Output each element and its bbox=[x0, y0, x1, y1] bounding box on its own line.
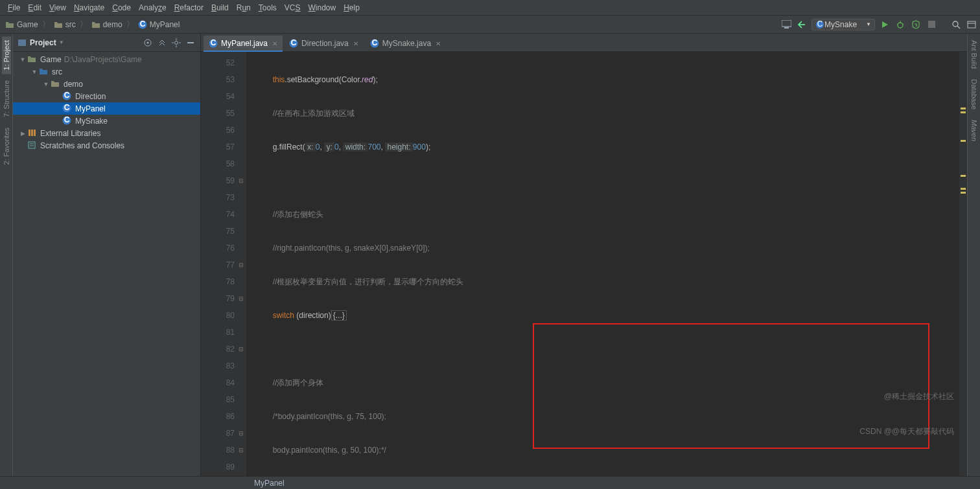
line-number[interactable]: 57 bbox=[201, 139, 235, 155]
bottom-breadcrumb: MyPanel bbox=[0, 476, 980, 489]
chevron-down-icon[interactable]: ▼ bbox=[59, 40, 64, 45]
tab-mypanel-java[interactable]: CMyPanel.java✕ bbox=[204, 36, 283, 51]
menu-navigate[interactable]: Navigate bbox=[70, 3, 108, 12]
menu-window[interactable]: Window bbox=[304, 3, 340, 12]
sidetab-ant-build[interactable]: Ant Build bbox=[970, 36, 979, 73]
svg-text:C: C bbox=[64, 104, 70, 112]
tree-node-mysnake[interactable]: CMySnake bbox=[13, 115, 200, 127]
hide-icon[interactable] bbox=[185, 37, 196, 49]
code-area[interactable]: this.setBackground(Color.red); //在画布上添加游… bbox=[246, 52, 959, 476]
expand-icon[interactable] bbox=[156, 37, 168, 49]
stripe-mark[interactable] bbox=[961, 188, 966, 190]
close-icon[interactable]: ✕ bbox=[436, 40, 441, 47]
run-config[interactable]: C MySnake ▼ bbox=[811, 19, 875, 30]
tab-direction-java[interactable]: CDirection.java✕ bbox=[284, 36, 364, 51]
fold-icon[interactable]: ⊟ bbox=[237, 446, 245, 454]
back-icon[interactable] bbox=[796, 19, 808, 30]
menu-help[interactable]: Help bbox=[340, 3, 364, 12]
line-number[interactable]: 56 bbox=[201, 122, 235, 139]
menu-build[interactable]: Build bbox=[207, 3, 233, 12]
sidetab-maven[interactable]: Maven bbox=[970, 116, 979, 145]
stripe-mark[interactable] bbox=[961, 175, 966, 177]
menu-analyze[interactable]: Analyze bbox=[135, 3, 170, 12]
stripe-mark[interactable] bbox=[961, 108, 966, 109]
browser-icon[interactable] bbox=[966, 19, 977, 30]
svg-text:C: C bbox=[817, 20, 823, 28]
debug-icon[interactable] bbox=[894, 19, 906, 30]
line-number[interactable]: 76 bbox=[201, 240, 235, 256]
line-number[interactable]: 81 bbox=[201, 324, 235, 341]
menu-file[interactable]: File bbox=[4, 3, 24, 12]
line-number[interactable]: 87 bbox=[201, 425, 235, 442]
tree-node-src[interactable]: ▼src bbox=[13, 65, 200, 78]
sidetab-1-project[interactable]: 1: Project bbox=[2, 36, 11, 74]
crumb-game[interactable]: Game bbox=[3, 20, 41, 29]
fold-icon[interactable]: ⊟ bbox=[237, 261, 245, 269]
menu-edit[interactable]: Edit bbox=[24, 3, 45, 12]
tree-node-game[interactable]: ▼GameD:\JavaProjects\Game bbox=[13, 53, 200, 65]
line-number[interactable]: 84 bbox=[201, 374, 235, 391]
stop-icon[interactable] bbox=[926, 19, 937, 30]
line-number[interactable]: 79 bbox=[201, 290, 235, 307]
search-icon[interactable] bbox=[950, 19, 962, 30]
tree-node-scratches-and-consoles[interactable]: Scratches and Consoles bbox=[13, 139, 200, 152]
error-stripe[interactable] bbox=[959, 52, 967, 476]
coverage-icon[interactable] bbox=[910, 19, 922, 30]
breadcrumb: Game〉src〉demo〉CMyPanel bbox=[3, 19, 182, 30]
tree-node-direction[interactable]: CDirection bbox=[13, 90, 200, 102]
line-number[interactable]: 82 bbox=[201, 341, 235, 358]
stripe-mark[interactable] bbox=[961, 111, 966, 113]
fold-icon[interactable]: ⊟ bbox=[237, 177, 245, 185]
svg-line-12 bbox=[957, 26, 960, 28]
project-tree[interactable]: ▼GameD:\JavaProjects\Game▼src▼demoCDirec… bbox=[13, 52, 200, 476]
menu-tools[interactable]: Tools bbox=[255, 3, 281, 12]
line-number[interactable]: 80 bbox=[201, 307, 235, 324]
fold-icon[interactable]: ⊟ bbox=[237, 295, 245, 302]
line-number[interactable]: 88 bbox=[201, 442, 235, 459]
line-number[interactable]: 58 bbox=[201, 155, 235, 172]
svg-text:C: C bbox=[371, 39, 377, 47]
line-number[interactable]: 59 bbox=[201, 172, 235, 189]
fold-icon[interactable]: ⊟ bbox=[237, 429, 245, 437]
line-number[interactable]: 54 bbox=[201, 88, 235, 105]
target-icon[interactable] bbox=[142, 37, 154, 49]
tree-node-demo[interactable]: ▼demo bbox=[13, 78, 200, 90]
stripe-mark[interactable] bbox=[961, 140, 966, 142]
line-number[interactable]: 73 bbox=[201, 189, 235, 206]
line-number[interactable]: 55 bbox=[201, 105, 235, 122]
crumb-mypanel[interactable]: CMyPanel bbox=[135, 20, 183, 29]
line-number[interactable]: 85 bbox=[201, 391, 235, 408]
fold-icon[interactable]: ⊟ bbox=[237, 345, 245, 353]
svg-rect-30 bbox=[29, 130, 30, 136]
menu-run[interactable]: Run bbox=[233, 3, 255, 12]
close-icon[interactable]: ✕ bbox=[353, 40, 358, 47]
menu-code[interactable]: Code bbox=[108, 3, 135, 12]
line-number[interactable]: 83 bbox=[201, 358, 235, 374]
gear-icon[interactable] bbox=[170, 37, 182, 49]
line-number[interactable]: 52 bbox=[201, 54, 235, 71]
line-number[interactable]: 86 bbox=[201, 408, 235, 425]
sidetab-database[interactable]: Database bbox=[970, 75, 979, 113]
line-number[interactable]: 75 bbox=[201, 223, 235, 240]
crumb-demo[interactable]: demo bbox=[89, 20, 125, 29]
crumb-src[interactable]: src bbox=[51, 20, 78, 29]
line-number[interactable]: 53 bbox=[201, 71, 235, 88]
menu-view[interactable]: View bbox=[45, 3, 70, 12]
menu-vcs[interactable]: VCS bbox=[281, 3, 305, 12]
line-number[interactable]: 89 bbox=[201, 459, 235, 475]
device-icon[interactable] bbox=[780, 19, 792, 30]
sidetab-2-favorites[interactable]: 2: Favorites bbox=[2, 124, 11, 168]
run-icon[interactable] bbox=[879, 19, 891, 30]
line-number[interactable]: 77 bbox=[201, 256, 235, 273]
svg-text:C: C bbox=[291, 39, 297, 47]
tree-node-mypanel[interactable]: CMyPanel bbox=[13, 102, 200, 115]
menu-refactor[interactable]: Refactor bbox=[170, 3, 207, 12]
tree-node-external-libraries[interactable]: ▶External Libraries bbox=[13, 127, 200, 139]
line-number[interactable]: 78 bbox=[201, 273, 235, 290]
stripe-mark[interactable] bbox=[961, 192, 966, 194]
sidetab-7-structure[interactable]: 7: Structure bbox=[2, 76, 11, 121]
bottom-crumb[interactable]: MyPanel bbox=[254, 479, 285, 488]
line-number[interactable]: 74 bbox=[201, 206, 235, 223]
tab-mysnake-java[interactable]: CMySnake.java✕ bbox=[365, 36, 446, 51]
close-icon[interactable]: ✕ bbox=[272, 40, 277, 47]
